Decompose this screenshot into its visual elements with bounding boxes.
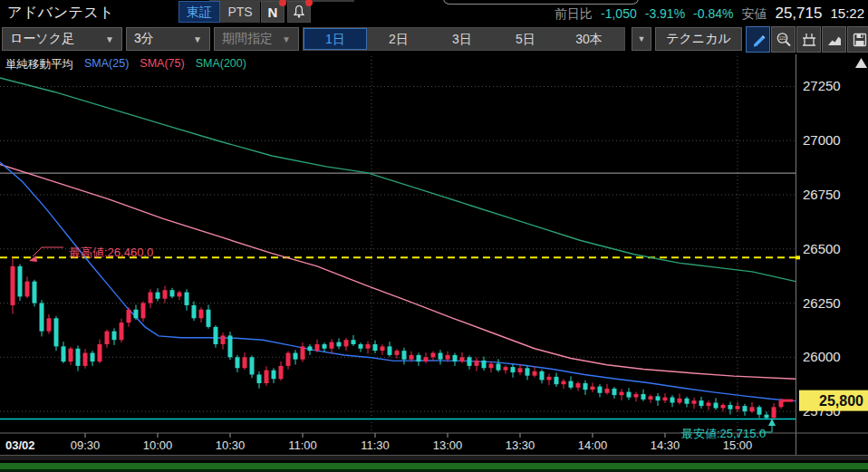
low-annotation-label: 最安値:25,715.0 xyxy=(681,427,766,440)
candle xyxy=(279,366,284,379)
candle xyxy=(424,357,429,361)
alert-notification-dot xyxy=(305,0,313,6)
price-chart[interactable]: 2725027000267502650026250260002575003/02… xyxy=(0,54,868,456)
drawing-tool-button[interactable] xyxy=(746,26,770,53)
candle xyxy=(388,346,392,355)
technical-button[interactable]: テクニカル xyxy=(655,27,742,51)
candle xyxy=(772,407,776,418)
chart-type-value: ローソク足 xyxy=(10,31,74,47)
candle xyxy=(40,303,44,332)
range-tab-1day[interactable]: 1日 xyxy=(304,28,367,50)
candle xyxy=(381,346,385,351)
range-tab-2day[interactable]: 2日 xyxy=(367,28,430,50)
range-dropdown-button[interactable]: ▼ xyxy=(632,27,651,51)
candle xyxy=(11,266,15,305)
candle xyxy=(315,344,320,351)
y-axis-label: 27250 xyxy=(803,78,841,93)
candle xyxy=(692,400,697,404)
y-axis-label: 26500 xyxy=(803,241,841,256)
volume-button[interactable] xyxy=(796,26,821,53)
sma75-line xyxy=(0,165,796,380)
candle xyxy=(410,355,414,360)
candle xyxy=(330,342,334,349)
y-axis-label: 27000 xyxy=(803,132,841,148)
sma25-line xyxy=(0,162,796,400)
candle xyxy=(134,310,139,319)
candle xyxy=(127,310,131,323)
trading-app-window: { "header": { "stock_name": "アドバンテスト", "… xyxy=(0,0,868,472)
y-axis-label: 26750 xyxy=(803,187,841,202)
candle xyxy=(497,363,501,370)
candle xyxy=(634,394,639,398)
range-tab-strip: 1日 2日 3日 5日 30本 xyxy=(303,27,625,51)
bell-icon xyxy=(292,5,306,19)
secondary-percent: -0.84% xyxy=(693,6,733,21)
chart-type-select[interactable]: ローソク足 ▼ xyxy=(2,27,122,51)
prev-diff-percent: -3.91% xyxy=(645,6,685,21)
candle xyxy=(207,310,211,327)
candle xyxy=(395,351,400,355)
candle xyxy=(453,355,458,361)
candle xyxy=(446,355,450,360)
chevron-down-icon: ▼ xyxy=(282,34,291,44)
save-button[interactable] xyxy=(847,26,868,53)
alert-button[interactable] xyxy=(287,1,311,23)
candle xyxy=(678,399,682,403)
candle xyxy=(620,392,624,396)
candle xyxy=(533,371,537,376)
candle xyxy=(272,371,276,380)
candle xyxy=(743,406,747,411)
candle xyxy=(98,344,102,361)
candle xyxy=(83,353,88,366)
magnify-numbers-button[interactable]: 123 xyxy=(771,26,796,53)
candle xyxy=(736,406,740,409)
candle xyxy=(163,290,168,299)
candle xyxy=(511,367,516,372)
x-axis-label: 11:00 xyxy=(288,438,317,452)
date-label: 03/02 xyxy=(5,438,35,452)
x-axis-label: 15:00 xyxy=(723,438,753,452)
range-tab-30bars[interactable]: 30本 xyxy=(557,28,621,50)
candle xyxy=(721,405,726,409)
range-tab-5day[interactable]: 5日 xyxy=(494,28,557,50)
candle xyxy=(699,400,704,406)
low-annotation-arrowhead xyxy=(768,419,776,426)
candle xyxy=(47,318,52,331)
high-annotation-label: 最高値:26,460.0 xyxy=(69,246,153,259)
chevron-down-icon: ▼ xyxy=(193,34,202,44)
candle xyxy=(112,332,117,341)
market-tab-tse[interactable]: 東証 xyxy=(178,1,220,23)
legend-sma200: SMA(200) xyxy=(196,57,246,72)
candle xyxy=(308,346,313,351)
candle xyxy=(555,377,559,384)
candle xyxy=(670,398,675,403)
candle xyxy=(569,381,574,388)
candle xyxy=(627,392,632,398)
candle xyxy=(294,353,298,360)
candle xyxy=(373,344,378,351)
candle xyxy=(489,363,494,368)
x-axis-label: 14:30 xyxy=(651,438,680,452)
candle xyxy=(707,403,711,407)
y-axis-label: 26000 xyxy=(803,349,841,364)
last-price-tag-label: 25,800 xyxy=(819,393,863,409)
scroll-up-arrow[interactable] xyxy=(855,58,867,68)
news-button[interactable]: N xyxy=(261,1,285,23)
bottom-green-bar xyxy=(0,463,868,469)
interval-select[interactable]: 3分 ▼ xyxy=(126,27,210,51)
candle xyxy=(286,353,291,366)
candle xyxy=(141,303,146,319)
candle xyxy=(185,293,189,305)
candle xyxy=(359,344,363,349)
candle xyxy=(757,407,762,414)
x-axis-label: 13:00 xyxy=(433,438,463,452)
candle xyxy=(547,377,552,380)
market-tab-pts[interactable]: PTS xyxy=(220,1,260,23)
range-tab-3day[interactable]: 3日 xyxy=(430,28,494,50)
y-axis-label: 26250 xyxy=(803,295,841,311)
candle xyxy=(178,293,182,297)
x-axis-label: 14:00 xyxy=(578,438,608,452)
candle xyxy=(149,293,153,303)
period-select[interactable]: 期間指定 ▼ xyxy=(214,27,299,51)
chart-style-button[interactable] xyxy=(822,26,846,53)
